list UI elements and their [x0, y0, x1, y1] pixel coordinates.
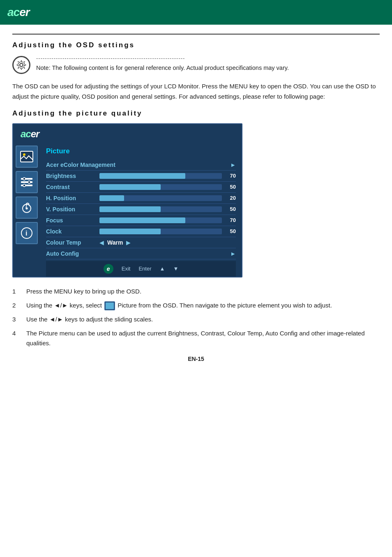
- osd-label-contrast: Contrast: [46, 184, 99, 190]
- section-title-picture: Adjusting the picture quality: [12, 109, 380, 118]
- osd-slider-contrast: [99, 184, 222, 190]
- osd-temp-right-arrow[interactable]: ▶: [126, 239, 131, 246]
- osd-label-ecolor: Acer eColor Management: [46, 162, 230, 168]
- sidebar-icon-picture[interactable]: [16, 146, 38, 168]
- osd-row-brightness: Brightness 70: [46, 171, 236, 182]
- step-text-2: Using the ◄/► keys, select Picture from …: [26, 300, 380, 310]
- osd-ecolor-arrow: ►: [230, 162, 236, 168]
- svg-point-11: [26, 207, 28, 209]
- osd-footer-down: ▼: [173, 266, 178, 272]
- note-icon: [12, 56, 30, 74]
- osd-footer: e Exit Enter ▲ ▼: [46, 261, 236, 277]
- svg-point-9: [23, 184, 25, 187]
- osd-value-brightness: 70: [224, 173, 236, 179]
- osd-down-label[interactable]: ▼: [173, 266, 178, 272]
- svg-point-1: [18, 62, 25, 68]
- osd-footer-e: e: [104, 264, 113, 274]
- osd-sidebar: i: [13, 142, 40, 277]
- osd-label-autoconfig: Auto Config: [46, 250, 230, 257]
- osd-row-autoconfig: Auto Config ►: [46, 248, 236, 259]
- steps-list: 1 Press the MENU key to bring up the OSD…: [12, 287, 380, 348]
- osd-row-vposition: V. Position 50: [46, 204, 236, 215]
- step-item-3: 3 Use the ◄/► keys to adjust the sliding…: [12, 314, 380, 324]
- step-num-3: 3: [12, 314, 21, 324]
- osd-slider-hposition: [99, 195, 222, 201]
- sidebar-icon-settings[interactable]: [16, 171, 38, 193]
- note-dashes: ----------------------------------------…: [36, 55, 380, 62]
- osd-value-clock: 50: [224, 228, 236, 234]
- step-item-4: 4 The Picture menu can be used to adjust…: [12, 328, 380, 348]
- top-divider: [12, 34, 380, 35]
- osd-row-contrast: Contrast 50: [46, 182, 236, 193]
- osd-label-hposition: H. Position: [46, 195, 99, 201]
- step-item-2: 2 Using the ◄/► keys, select Picture fro…: [12, 300, 380, 310]
- osd-label-focus: Focus: [46, 217, 99, 224]
- step-num-4: 4: [12, 328, 21, 338]
- osd-row-clock: Clock 50: [46, 226, 236, 237]
- svg-rect-4: [21, 178, 32, 180]
- osd-row-hposition: H. Position 20: [46, 193, 236, 204]
- svg-point-7: [23, 178, 25, 180]
- osd-footer-enter: Enter: [138, 266, 151, 272]
- osd-slider-vposition: [99, 206, 222, 212]
- step-item-1: 1 Press the MENU key to bring up the OSD…: [12, 287, 380, 296]
- osd-slider-focus: [99, 217, 222, 223]
- step-num-1: 1: [12, 287, 21, 296]
- osd-header: acer: [13, 124, 242, 142]
- step-text-1: Press the MENU key to bring up the OSD.: [26, 287, 380, 296]
- sidebar-icon-info[interactable]: i: [16, 222, 38, 244]
- osd-slider-clock: [99, 229, 222, 234]
- acer-logo: acer: [7, 6, 30, 19]
- svg-point-0: [20, 63, 23, 67]
- osd-temp-control: ◀ Warm ▶: [99, 239, 131, 246]
- sidebar-icon-color[interactable]: [16, 196, 38, 219]
- svg-text:i: i: [25, 230, 27, 237]
- note-text-block: ----------------------------------------…: [36, 55, 380, 72]
- osd-value-contrast: 50: [224, 184, 236, 190]
- step-num-2: 2: [12, 300, 21, 310]
- osd-row-ecolor: Acer eColor Management ►: [46, 159, 236, 171]
- section-title-osd: Adjusting the OSD settings: [12, 41, 380, 49]
- page-header: acer: [0, 0, 392, 25]
- svg-point-8: [28, 181, 30, 183]
- osd-label-brightness: Brightness: [46, 173, 99, 179]
- svg-rect-2: [21, 151, 33, 162]
- svg-point-3: [23, 153, 25, 156]
- osd-enter-label[interactable]: Enter: [138, 266, 151, 272]
- osd-panel: acer: [12, 123, 242, 277]
- osd-label-clock: Clock: [46, 228, 99, 235]
- osd-panel-wrapper: acer: [12, 123, 380, 277]
- osd-label-colourtemp: Colour Temp: [46, 239, 99, 246]
- osd-value-hposition: 20: [224, 195, 236, 201]
- step-text-3: Use the ◄/► keys to adjust the sliding s…: [26, 314, 380, 324]
- osd-body: i Picture Acer eColor Management ► Brigh…: [13, 142, 242, 277]
- osd-row-focus: Focus 70: [46, 215, 236, 226]
- osd-slider-brightness: [99, 173, 222, 179]
- osd-value-focus: 70: [224, 217, 236, 223]
- step-text-4: The Picture menu can be used to adjust t…: [26, 328, 380, 348]
- osd-menu-title: Picture: [46, 146, 236, 157]
- osd-value-vposition: 50: [224, 206, 236, 212]
- osd-temp-left-arrow[interactable]: ◀: [99, 239, 104, 246]
- osd-logo: acer: [21, 128, 234, 140]
- osd-temp-value: Warm: [107, 239, 123, 246]
- osd-footer-exit: Exit: [122, 266, 131, 272]
- note-body: Note: The following content is for gener…: [36, 63, 380, 72]
- osd-menu: Picture Acer eColor Management ► Brightn…: [40, 142, 242, 277]
- note-box: ----------------------------------------…: [12, 55, 380, 74]
- page-number: EN-15: [0, 356, 392, 362]
- osd-label-vposition: V. Position: [46, 206, 99, 213]
- osd-exit-label[interactable]: Exit: [122, 266, 131, 272]
- osd-up-label[interactable]: ▲: [160, 266, 165, 272]
- osd-row-colourtemp: Colour Temp ◀ Warm ▶: [46, 237, 236, 248]
- osd-autoconfig-arrow: ►: [230, 250, 236, 257]
- osd-e-button[interactable]: e: [104, 264, 113, 274]
- svg-rect-6: [21, 185, 32, 186]
- osd-footer-up: ▲: [160, 266, 165, 272]
- svg-rect-5: [21, 181, 32, 183]
- body-paragraph: The OSD can be used for adjusting the se…: [12, 81, 380, 102]
